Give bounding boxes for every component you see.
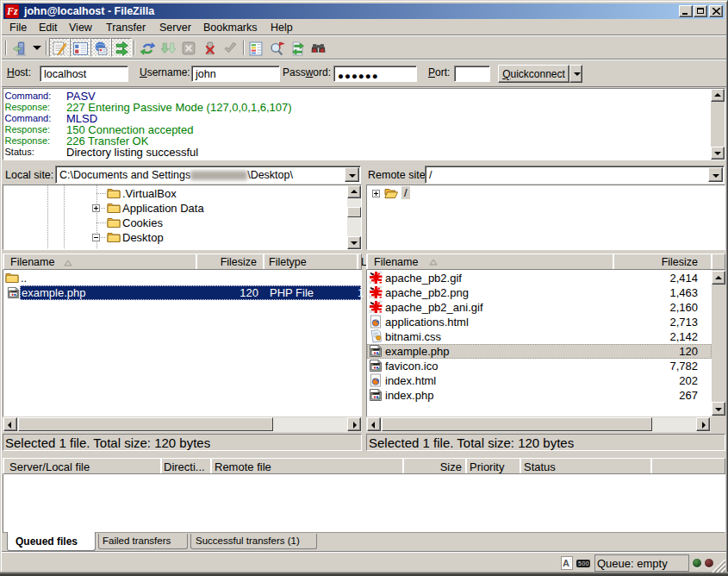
svg-text:Fz: Fz — [6, 5, 18, 17]
